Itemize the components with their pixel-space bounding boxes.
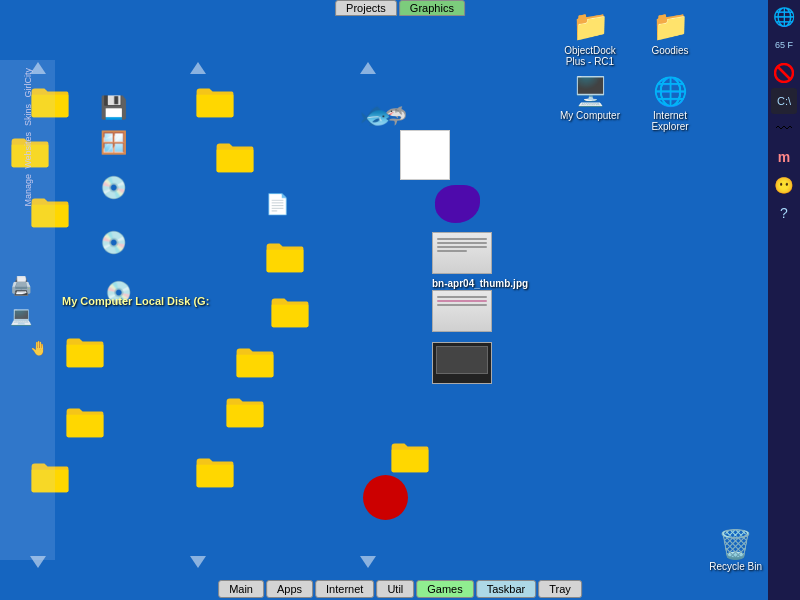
folder-c2r3[interactable] bbox=[265, 240, 305, 278]
objectdock-label: ObjectDockPlus - RC1 bbox=[564, 45, 616, 67]
thumb-line bbox=[437, 296, 487, 298]
folder-c2r4[interactable] bbox=[270, 295, 310, 333]
sidebar-label-manage[interactable]: Manage bbox=[23, 174, 33, 207]
tab-projects[interactable]: Projects bbox=[335, 0, 397, 16]
objectdock-icon-img: 📁 bbox=[572, 8, 609, 43]
thumb-screen bbox=[436, 346, 488, 374]
thumb-inner-2 bbox=[433, 291, 491, 331]
icon-mycomputer[interactable]: 🖥️ My Computer bbox=[555, 75, 625, 121]
folder-c3r1[interactable] bbox=[390, 440, 430, 478]
icon-objectdock[interactable]: 📁 ObjectDockPlus - RC1 bbox=[555, 8, 625, 67]
sidebar-label-skins[interactable]: Skins bbox=[23, 104, 33, 126]
folder-c2r5[interactable] bbox=[235, 345, 275, 383]
folder-c1r5[interactable] bbox=[65, 405, 105, 443]
thumb-lines-1 bbox=[437, 238, 487, 252]
thumb-inner-3 bbox=[433, 343, 491, 383]
thumb-line bbox=[437, 246, 487, 248]
sidebar-label-girkcity[interactable]: GirlCity bbox=[23, 68, 33, 98]
bottom-tabs: Main Apps Internet Util Games Taskbar Tr… bbox=[218, 580, 582, 598]
red-no-icon[interactable] bbox=[771, 60, 797, 86]
arrow-down-col3[interactable] bbox=[360, 556, 376, 568]
thumb-line bbox=[437, 238, 487, 240]
left-sidebar: GirlCity Skins Websites Manage bbox=[0, 60, 55, 560]
wave-icon[interactable]: 〰 bbox=[771, 116, 797, 142]
thumb-preview-3[interactable] bbox=[432, 342, 492, 384]
arrow-down-col2[interactable] bbox=[190, 556, 206, 568]
thumb-line bbox=[437, 300, 487, 302]
sidebar-number: 65 F bbox=[771, 32, 797, 58]
tab-main[interactable]: Main bbox=[218, 580, 264, 598]
status-text: My Computer Local Disk (G: bbox=[62, 295, 209, 307]
goodies-label: Goodies bbox=[651, 45, 688, 56]
tab-graphics[interactable]: Graphics bbox=[399, 0, 465, 16]
sidebar-label-websites[interactable]: Websites bbox=[23, 132, 33, 169]
ie-icon-img: 🌐 bbox=[653, 75, 688, 108]
tab-taskbar[interactable]: Taskbar bbox=[476, 580, 537, 598]
icon-windows[interactable]: 🪟 bbox=[100, 130, 127, 156]
tab-util[interactable]: Util bbox=[376, 580, 414, 598]
icon-goodies[interactable]: 📁 Goodies bbox=[635, 8, 705, 56]
purple-blob bbox=[435, 185, 480, 223]
tab-apps[interactable]: Apps bbox=[266, 580, 313, 598]
svg-line-1 bbox=[777, 66, 791, 80]
mycomputer-label: My Computer bbox=[560, 110, 620, 121]
icon-disc2[interactable]: 💿 bbox=[100, 230, 127, 256]
open-window[interactable] bbox=[400, 130, 450, 180]
icon-disc1[interactable]: 💿 bbox=[100, 175, 127, 201]
right-sidebar: 🌐 65 F C:\ 〰 m 😶 ? bbox=[768, 0, 800, 600]
goodies-icon-img: 📁 bbox=[652, 8, 689, 43]
recycle-bin-icon: 🗑️ bbox=[718, 528, 753, 561]
folder-c2r1[interactable] bbox=[195, 85, 235, 123]
globe-icon[interactable]: 🌐 bbox=[771, 4, 797, 30]
folder-c1r4[interactable] bbox=[65, 335, 105, 373]
question-icon[interactable]: ? bbox=[771, 200, 797, 226]
thumb-label: bn-apr04_thumb.jpg bbox=[432, 278, 528, 289]
icon-file-col2[interactable]: 📄 bbox=[265, 192, 290, 216]
thumb-preview-1[interactable] bbox=[432, 232, 492, 274]
m-icon[interactable]: m bbox=[771, 144, 797, 170]
red-circle bbox=[363, 475, 408, 520]
top-tabs: Projects Graphics bbox=[335, 0, 465, 16]
thumb-line bbox=[437, 304, 487, 306]
fish2-icon[interactable]: 🦈 bbox=[385, 105, 407, 127]
c-icon[interactable]: C:\ bbox=[771, 88, 797, 114]
recycle-bin[interactable]: 🗑️ Recycle Bin bbox=[709, 528, 762, 572]
face-icon[interactable]: 😶 bbox=[771, 172, 797, 198]
tab-games[interactable]: Games bbox=[416, 580, 473, 598]
folder-c2r6[interactable] bbox=[225, 395, 265, 433]
thumb-preview-2[interactable] bbox=[432, 290, 492, 332]
tab-internet[interactable]: Internet bbox=[315, 580, 374, 598]
icon-ie[interactable]: 🌐 InternetExplorer bbox=[635, 75, 705, 132]
ie-label: InternetExplorer bbox=[651, 110, 688, 132]
thumb-inner-1 bbox=[433, 233, 491, 273]
icon-floppy[interactable]: 💾 bbox=[100, 95, 127, 121]
thumb-line bbox=[437, 250, 467, 252]
folder-c2r7[interactable] bbox=[195, 455, 235, 493]
thumb-lines-2 bbox=[437, 296, 487, 306]
mycomputer-icon-img: 🖥️ bbox=[573, 75, 608, 108]
arrow-up-col3[interactable] bbox=[360, 62, 376, 74]
tab-tray[interactable]: Tray bbox=[538, 580, 582, 598]
folder-c2r2[interactable] bbox=[215, 140, 255, 178]
recycle-bin-label: Recycle Bin bbox=[709, 561, 762, 572]
thumb-line bbox=[437, 242, 487, 244]
arrow-up-col2[interactable] bbox=[190, 62, 206, 74]
